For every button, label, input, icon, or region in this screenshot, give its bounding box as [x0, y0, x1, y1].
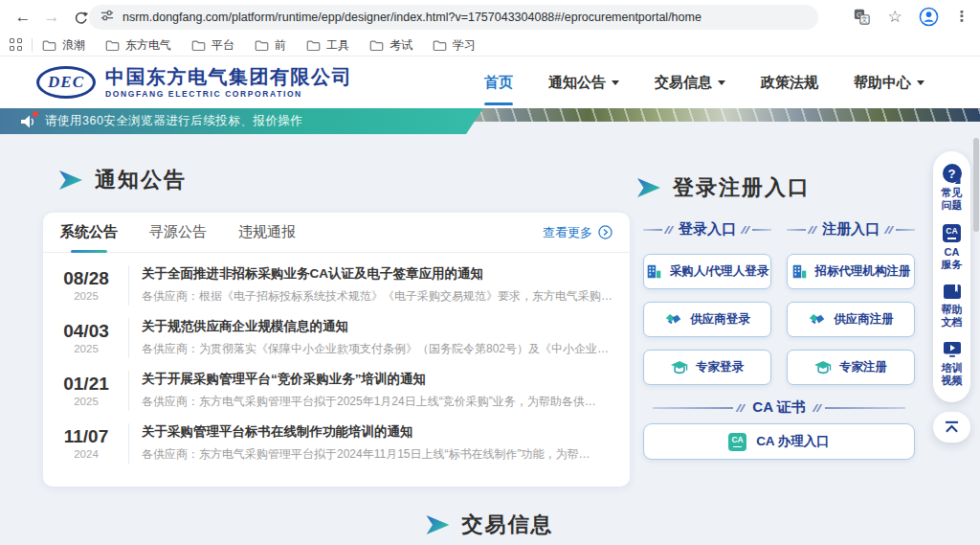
folder-icon	[105, 39, 120, 52]
folder-icon	[191, 39, 206, 52]
back-to-top-icon	[944, 420, 960, 434]
divider	[128, 318, 129, 358]
tab-sourcing-notices[interactable]: 寻源公告	[149, 213, 207, 253]
nav-item-trade-info[interactable]: 交易信息	[655, 57, 725, 108]
bookmark-folder-xuexi[interactable]: 学习	[433, 37, 476, 54]
nav-item-notices[interactable]: 通知公告	[548, 57, 619, 108]
bookmark-folder-langchao[interactable]: 浪潮	[42, 37, 85, 54]
page: ← → nsrm.dongfang.com/platform/runtime/e…	[0, 0, 980, 545]
notice-row[interactable]: 01/21 2025 关于开展采购管理平台“竞价采购业务”培训的通知 各供应商：…	[56, 364, 614, 417]
ca-icon: CA	[943, 224, 961, 242]
section-arrow-icon	[637, 178, 660, 197]
company-names: 中国东方电气集团有限公司 DONGFANG ELECTRIC CORPORATI…	[105, 66, 352, 99]
video-icon	[943, 341, 962, 358]
notice-list: 08/28 2025 关于全面推进非招标采购业务CA认证及电子签章应用的通知 各…	[43, 253, 630, 469]
section-arrow-icon	[427, 515, 450, 534]
chevron-down-icon	[917, 80, 924, 85]
profile-avatar-icon[interactable]	[918, 6, 939, 27]
buyer-agent-login-button[interactable]: 采购人/代理人登录	[643, 254, 771, 289]
bookmarks-bar: 浪潮 东方电气 平台 前 工具 考试 学习	[0, 34, 980, 57]
login-register-heading: 登录注册入口	[637, 173, 811, 202]
folder-icon	[42, 39, 56, 52]
chevron-down-icon	[718, 80, 725, 85]
floating-side-toolbar: ? 常见问题 CA CA 服务 帮助文档 培训视频	[933, 151, 970, 402]
bookmark-folder-dongfang[interactable]: 东方电气	[105, 37, 171, 54]
main-nav: 首页 通知公告 交易信息 政策法规 帮助中心	[484, 57, 924, 108]
scrollbar-thumb[interactable]	[973, 138, 979, 232]
supplier-login-button[interactable]: 供应商登录	[643, 302, 771, 337]
translate-icon[interactable]: G文	[851, 6, 872, 27]
url-bar[interactable]: nsrm.dongfang.com/platform/runtime/epp/d…	[89, 5, 818, 30]
bookmarks-separator	[32, 38, 33, 52]
chevron-down-icon	[612, 80, 619, 85]
divider	[128, 371, 129, 411]
login-group-label: 登录入口	[643, 220, 771, 238]
nav-item-policies[interactable]: 政策法规	[761, 57, 818, 108]
back-button[interactable]: ←	[11, 6, 34, 29]
dec-logo-icon: DEC	[36, 66, 96, 99]
ca-badge-icon: CA	[728, 433, 746, 451]
browser-menu-icon[interactable]: ⋮	[951, 6, 972, 27]
notice-title[interactable]: 关于采购管理平台标书在线制作功能培训的通知	[142, 423, 614, 441]
tab-violation-reports[interactable]: 违规通报	[238, 213, 296, 253]
folder-icon	[369, 39, 384, 52]
building-icon	[646, 263, 662, 280]
question-icon: ?	[943, 164, 962, 183]
bookmark-folder-qian[interactable]: 前	[255, 37, 286, 54]
folder-icon	[255, 39, 269, 52]
apps-grid-icon[interactable]	[10, 38, 23, 52]
notice-title[interactable]: 关于全面推进非招标采购业务CA认证及电子签章应用的通知	[142, 265, 614, 283]
notice-desc: 各供应商：根据《电子招标投标系统技术规范》《电子采购交易规范》要求，东方电气采购…	[142, 288, 614, 305]
notice-title[interactable]: 关于规范供应商企业规模信息的通知	[142, 318, 614, 335]
bidding-agency-register-button[interactable]: 招标代理机构注册	[787, 254, 915, 289]
notice-row[interactable]: 08/28 2025 关于全面推进非招标采购业务CA认证及电子签章应用的通知 各…	[56, 259, 614, 311]
notice-row[interactable]: 04/03 2025 关于规范供应商企业规模信息的通知 各供应商：为贯彻落实《保…	[56, 311, 614, 364]
url-text: nsrm.dongfang.com/platform/runtime/epp/d…	[122, 11, 702, 24]
ca-certificate-group-label: CA 证书	[643, 398, 915, 417]
supplier-register-button[interactable]: 供应商注册	[787, 302, 915, 337]
toolbar-actions: G文 ☆ ⋮	[851, 6, 972, 27]
notice-date: 11/07 2024	[56, 426, 116, 460]
building-icon	[791, 263, 808, 280]
forward-button[interactable]: →	[40, 6, 63, 29]
expert-register-button[interactable]: 专家注册	[787, 350, 915, 385]
training-videos-item[interactable]: 培训视频	[941, 341, 964, 387]
notice-date: 04/03 2025	[56, 321, 116, 354]
nav-item-help-center[interactable]: 帮助中心	[854, 57, 924, 108]
divider	[128, 265, 129, 306]
company-logo[interactable]: DEC 中国东方电气集团有限公司 DONGFANG ELECTRIC CORPO…	[36, 66, 352, 99]
nav-item-home[interactable]: 首页	[484, 57, 513, 108]
ca-service-item[interactable]: CA CA 服务	[941, 224, 964, 271]
trade-info-heading: 交易信息	[427, 511, 554, 539]
divider	[128, 423, 129, 464]
notices-card: 系统公告 寻源公告 违规通报 查看更多 08/28 2025	[43, 213, 630, 487]
bookmark-folder-gongju[interactable]: 工具	[306, 37, 349, 54]
site-header: DEC 中国东方电气集团有限公司 DONGFANG ELECTRIC CORPO…	[0, 57, 980, 108]
faq-item[interactable]: ? 常见问题	[941, 164, 964, 212]
help-docs-item[interactable]: 帮助文档	[941, 284, 964, 329]
notice-date: 08/28 2025	[56, 268, 116, 302]
collapse-to-top-button[interactable]	[933, 412, 970, 443]
notice-title[interactable]: 关于开展采购管理平台“竞价采购业务”培训的通知	[142, 371, 614, 388]
ca-apply-button[interactable]: CA CA 办理入口	[643, 423, 915, 460]
graduation-cap-icon	[814, 360, 832, 375]
notices-tabs: 系统公告 寻源公告 违规通报 查看更多	[43, 213, 630, 253]
expert-login-button[interactable]: 专家登录	[643, 350, 771, 385]
notification-dot	[33, 111, 38, 117]
active-underline	[484, 102, 513, 105]
bookmark-folder-pingtai[interactable]: 平台	[191, 37, 234, 54]
bookmark-star-icon[interactable]: ☆	[884, 6, 905, 27]
bookmark-folder-kaoshi[interactable]: 考试	[369, 37, 412, 54]
register-group-label: 注册入口	[787, 220, 915, 238]
site-settings-icon[interactable]	[100, 9, 114, 26]
company-name-cn: 中国东方电气集团有限公司	[105, 66, 352, 87]
notice-desc: 各供应商：东方电气采购管理平台拟于2024年11月15日上线“标书在线制作”功能…	[142, 446, 614, 463]
notice-date: 01/21 2025	[56, 374, 116, 407]
document-icon	[943, 284, 962, 300]
tab-underline	[71, 250, 107, 253]
notice-row[interactable]: 11/07 2024 关于采购管理平台标书在线制作功能培训的通知 各供应商：东方…	[56, 417, 614, 469]
view-more-link[interactable]: 查看更多	[543, 224, 612, 241]
svg-text:文: 文	[860, 15, 867, 24]
handshake-icon	[808, 313, 826, 327]
tab-system-notices[interactable]: 系统公告	[60, 213, 118, 253]
